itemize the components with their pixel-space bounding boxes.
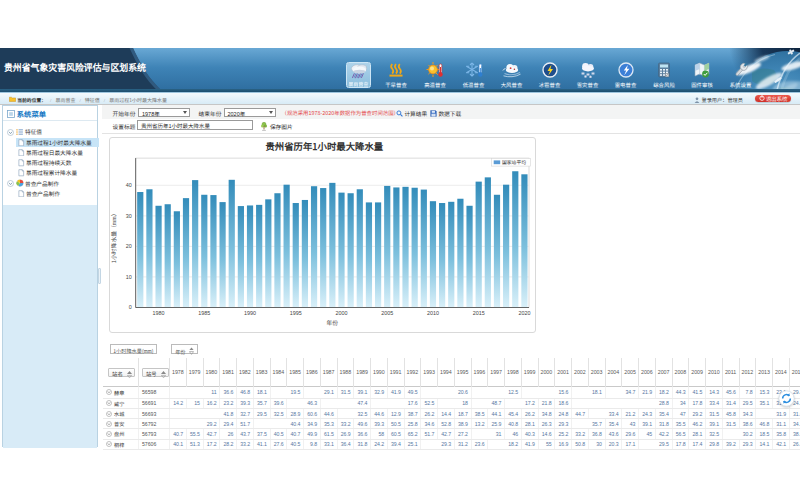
svg-text:2020: 2020 bbox=[518, 310, 530, 316]
svg-text:1985: 1985 bbox=[198, 310, 210, 316]
svg-text:1小时降水量（mm）: 1小时降水量（mm） bbox=[110, 210, 119, 263]
svg-text:1990: 1990 bbox=[244, 310, 256, 316]
svg-text:贵州省气象灾害风险评估与区划系统: 贵州省气象灾害风险评估与区划系统 bbox=[4, 60, 146, 74]
svg-text:10: 10 bbox=[125, 273, 131, 279]
svg-text:2010: 2010 bbox=[427, 310, 439, 316]
svg-text:2015: 2015 bbox=[472, 310, 484, 316]
svg-text:40: 40 bbox=[125, 182, 131, 188]
svg-text:30: 30 bbox=[125, 212, 131, 218]
svg-text:贵州省历年1小时最大降水量: 贵州省历年1小时最大降水量 bbox=[265, 138, 383, 152]
svg-text:0: 0 bbox=[128, 304, 131, 310]
svg-text:2000: 2000 bbox=[335, 310, 347, 316]
svg-text:20: 20 bbox=[125, 243, 131, 249]
svg-text:年份: 年份 bbox=[326, 317, 338, 326]
svg-text:2005: 2005 bbox=[381, 310, 393, 316]
svg-text:1995: 1995 bbox=[289, 310, 301, 316]
svg-text:1980: 1980 bbox=[152, 310, 164, 316]
svg-text:国家站平均: 国家站平均 bbox=[502, 158, 526, 165]
